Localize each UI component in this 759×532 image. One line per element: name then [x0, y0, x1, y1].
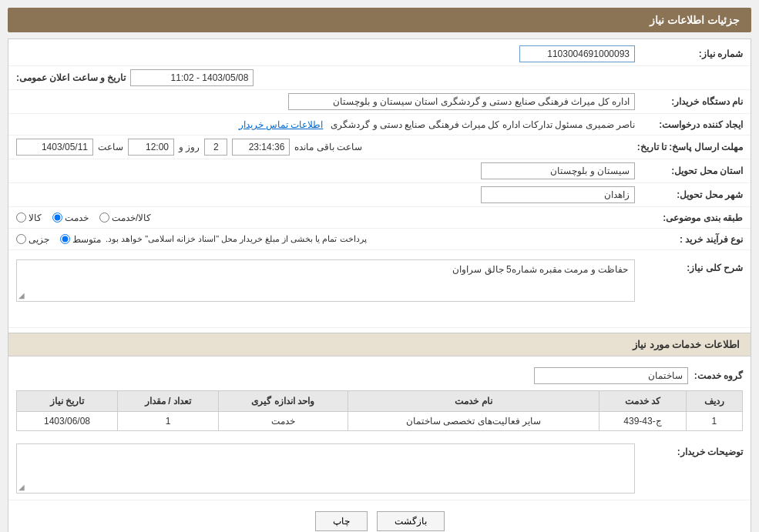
ejadKonande-text: ناصر ضمیری مسئول تدارکات اداره کل میراث …: [331, 119, 635, 130]
noFarayand-motovaset-radio[interactable]: [60, 234, 70, 244]
services-section-header: اطلاعات خدمات مورد نیاز: [8, 333, 751, 356]
tabaqe-value: کالا خدمت کالا/خدمت: [16, 212, 635, 223]
tabaqe-kala-item: کالا: [16, 212, 42, 223]
sharh-text: حفاظت و مرمت مقبره شماره5 جالق سراوان: [452, 264, 628, 275]
mohlat-value: 1403/05/11 ساعت 12:00 روز و 2 23:14:36 س…: [16, 139, 635, 156]
bottom-buttons: چاپ بازگشت: [8, 500, 751, 532]
info-section: شماره نیاز: 1103004691000093 تاریخ و ساع…: [8, 39, 751, 253]
tabaqe-label: طبقه بندی موضوعی:: [635, 212, 743, 223]
table-row: 1 ج-43-439 سایر فعالیت‌های تخصصی ساختمان…: [17, 412, 743, 431]
noFarayand-motovaset-item: متوسط: [60, 234, 101, 245]
buyer-desc-label: توضیحات خریدار:: [635, 443, 743, 457]
tabaqe-khedmat-label: خدمت: [65, 212, 89, 223]
tarikh-label: تاریخ و ساعت اعلان عمومی:: [16, 72, 126, 83]
group-label: گروه خدمت:: [694, 370, 743, 381]
mohlat-saat: 12:00: [128, 139, 174, 156]
mohlat-label: مهلت ارسال پاسخ: تا تاریخ:: [635, 142, 743, 152]
ostan-value: سیستان و بلوچستان: [16, 162, 635, 179]
cell-name: سایر فعالیت‌های تخصصی ساختمان: [348, 412, 599, 431]
namDastgah-box: اداره کل میراث فرهنگی صنایع دستی و گردشگ…: [288, 93, 635, 110]
col-vahed: واحد اندازه گیری: [218, 391, 348, 412]
ejadKonande-link[interactable]: اطلاعات تماس خریدار: [239, 119, 324, 130]
tabaqe-row: طبقه بندی موضوعی: کالا خدمت کالا/خدمت: [8, 207, 751, 229]
shahr-label: شهر محل تحویل:: [635, 189, 743, 200]
shomareNiaz-label: شماره نیاز:: [635, 49, 743, 59]
mohlat-date: 1403/05/11: [16, 139, 93, 156]
noFarayand-jazei-label: جزیی: [29, 234, 49, 245]
ostan-label: استان محل تحویل:: [635, 166, 743, 176]
sharh-area: حفاظت و مرمت مقبره شماره5 جالق سراوان ◢: [16, 259, 635, 321]
tabaqe-kala-radio[interactable]: [16, 212, 26, 223]
shomareNiaz-box: 1103004691000093: [519, 45, 635, 62]
shomareNiaz-value: 1103004691000093: [16, 45, 635, 62]
shahr-value: زاهدان: [16, 186, 635, 203]
col-name: نام خدمت: [348, 391, 599, 412]
sharh-row: شرح کلی نیاز: حفاظت و مرمت مقبره شماره5 …: [8, 253, 751, 328]
services-table-header-row: ردیف کد خدمت نام خدمت واحد اندازه گیری ت…: [17, 391, 743, 412]
cell-tarikh: 1403/06/08: [17, 412, 118, 431]
mohlat-roz-label: روز و: [179, 142, 200, 152]
noFarayand-note: پرداخت تمام یا بخشی از مبلغ خریدار محل "…: [106, 234, 367, 244]
tabaqe-kala-label: کالا: [29, 212, 42, 223]
resize-icon: ◢: [18, 291, 25, 299]
sharh-label: شرح کلی نیاز:: [635, 259, 743, 273]
col-tarikh: تاریخ نیاز: [17, 391, 118, 412]
mohlat-baqi-label: ساعت باقی مانده: [294, 142, 362, 152]
buyer-desc-box: ◢: [16, 443, 635, 494]
group-value: ساختمان: [534, 367, 688, 384]
cell-vahed: خدمت: [218, 412, 348, 431]
tabaqe-kala-khedmat-radio[interactable]: [99, 212, 109, 223]
services-table: ردیف کد خدمت نام خدمت واحد اندازه گیری ت…: [16, 390, 743, 431]
buyer-desc-row: توضیحات خریدار: ◢: [8, 437, 751, 500]
noFarayand-row: نوع فرآیند خرید : جزیی متوسط: [8, 229, 751, 250]
ejadKonande-label: ایجاد کننده درخواست:: [635, 119, 743, 130]
namDastgah-value: اداره کل میراث فرهنگی صنایع دستی و گردشگ…: [16, 93, 635, 110]
print-button[interactable]: چاپ: [315, 511, 368, 531]
ejadKonande-value: ناصر ضمیری مسئول تدارکات اداره کل میراث …: [16, 119, 635, 130]
col-tedad: تعداد / مقدار: [118, 391, 219, 412]
cell-tedad: 1: [118, 412, 219, 431]
ejadKonande-row: ایجاد کننده درخواست: ناصر ضمیری مسئول تد…: [8, 114, 751, 136]
noFarayand-jazei-item: جزیی: [16, 234, 49, 245]
page-container: جزئیات اطلاعات نیاز شماره نیاز: 11030046…: [0, 0, 759, 532]
ostan-row: استان محل تحویل: سیستان و بلوچستان: [8, 159, 751, 183]
tabaqe-kala-khedmat-item: کالا/خدمت: [99, 212, 151, 223]
main-card: شماره نیاز: 1103004691000093 تاریخ و ساع…: [8, 38, 751, 532]
sharh-value: حفاظت و مرمت مقبره شماره5 جالق سراوان ◢: [16, 259, 635, 321]
page-title: جزئیات اطلاعات نیاز: [8, 8, 751, 32]
tabaqe-khedmat-radio[interactable]: [52, 212, 62, 223]
cell-kod: ج-43-439: [599, 412, 687, 431]
mohlat-baqi: 23:14:36: [232, 139, 290, 156]
ostan-box: سیستان و بلوچستان: [481, 162, 635, 179]
tarikh-value: 1403/05/08 - 11:02: [130, 69, 254, 86]
buyer-desc-value: ◢: [16, 443, 635, 494]
back-button[interactable]: بازگشت: [377, 511, 445, 531]
tabaqe-khedmat-item: خدمت: [52, 212, 89, 223]
mohlat-roz: 2: [204, 139, 227, 156]
noFarayand-value: جزیی متوسط پرداخت تمام یا بخشی از مبلغ خ…: [16, 234, 635, 245]
noFarayand-motovaset-label: متوسط: [72, 234, 101, 245]
noFarayand-jazei-radio[interactable]: [16, 234, 26, 244]
tabaqe-kala-khedmat-label: کالا/خدمت: [112, 212, 151, 223]
shahr-box: زاهدان: [481, 186, 635, 203]
noFarayand-label: نوع فرآیند خرید :: [635, 234, 743, 245]
namDastgah-row: نام دستگاه خریدار: اداره کل میراث فرهنگی…: [8, 90, 751, 114]
desc-resize-icon: ◢: [18, 483, 25, 491]
col-radif: ردیف: [686, 391, 742, 412]
cell-radif: 1: [686, 412, 742, 431]
shomareNiaz-row: شماره نیاز: 1103004691000093: [8, 42, 751, 66]
services-section: گروه خدمت: ساختمان ردیف کد خدمت نام خدمت…: [8, 356, 751, 437]
group-row: گروه خدمت: ساختمان: [16, 367, 743, 384]
mohlat-row: مهلت ارسال پاسخ: تا تاریخ: 1403/05/11 سا…: [8, 136, 751, 159]
tarikh-row: تاریخ و ساعت اعلان عمومی: 1403/05/08 - 1…: [8, 66, 751, 90]
namDastgah-label: نام دستگاه خریدار:: [635, 96, 743, 107]
sharh-box: حفاظت و مرمت مقبره شماره5 جالق سراوان ◢: [16, 259, 635, 302]
shahr-row: شهر محل تحویل: زاهدان: [8, 183, 751, 207]
mohlat-saat-label: ساعت: [98, 142, 123, 152]
col-kod: کد خدمت: [599, 391, 687, 412]
